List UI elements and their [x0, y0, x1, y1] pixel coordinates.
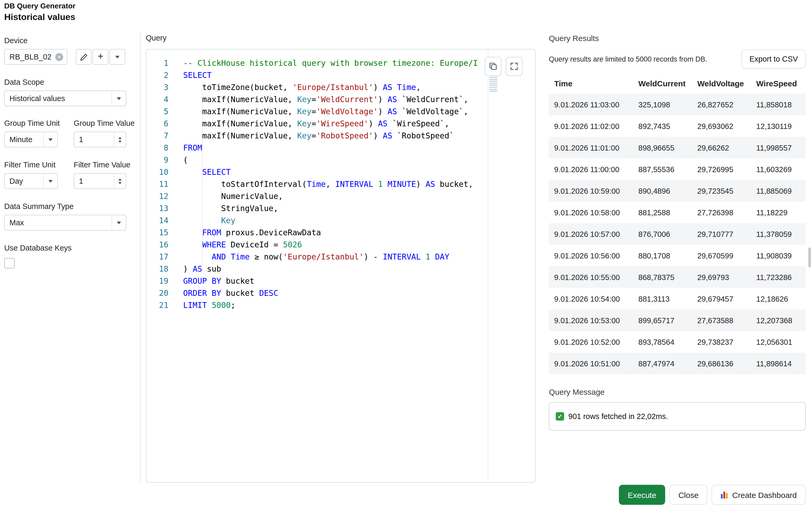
page-title: Historical values: [4, 12, 75, 23]
line-number: 18: [146, 263, 168, 275]
caret-down-icon: [48, 180, 52, 182]
table-cell: 9.01.2026 10:58:00: [549, 208, 633, 216]
table-cell: 29,738237: [692, 338, 751, 346]
table-row: 9.01.2026 11:03:00325,109826,82765211,85…: [549, 94, 806, 115]
table-cell: 881,2588: [633, 208, 692, 216]
device-input[interactable]: RB_BLB_02 ✕: [4, 49, 67, 65]
table-cell: 29,679457: [692, 295, 751, 303]
table-cell: 9.01.2026 10:54:00: [549, 295, 633, 303]
device-row: RB_BLB_02 ✕ +: [4, 49, 126, 65]
code-line: 11 toStartOfInterval(Time, INTERVAL 1 MI…: [146, 178, 535, 191]
line-number: 11: [146, 178, 168, 191]
editor-minimap[interactable]: [489, 77, 497, 93]
table-cell: 11,908039: [751, 251, 806, 260]
code-lines[interactable]: 1-- ClickHouse historical query with bro…: [146, 49, 535, 482]
code-line: 2SELECT: [146, 69, 535, 81]
table-cell: 11,858018: [751, 100, 806, 109]
create-dashboard-button[interactable]: Create Dashboard: [712, 485, 806, 505]
table-cell: 29,66262: [692, 143, 751, 152]
table-cell: 27,726398: [692, 208, 751, 216]
pencil-icon: [80, 53, 87, 61]
table-cell: 876,7006: [633, 230, 692, 238]
table-cell: 12,130119: [751, 122, 806, 130]
column-header: Time: [549, 79, 633, 88]
clear-device-icon[interactable]: ✕: [55, 53, 63, 61]
table-cell: 9.01.2026 10:53:00: [549, 316, 633, 325]
table-cell: 11,898614: [751, 359, 806, 368]
table-row: 9.01.2026 10:51:00887,4797429,68613611,8…: [549, 353, 806, 374]
filter-time-value-stepper[interactable]: 1: [74, 173, 126, 189]
table-cell: 9.01.2026 10:56:00: [549, 251, 633, 260]
line-number: 19: [146, 275, 168, 287]
table-row: 9.01.2026 10:58:00881,258827,72639811,18…: [549, 202, 806, 223]
code-text: (: [168, 154, 188, 166]
stepper-up-icon[interactable]: [118, 178, 121, 180]
results-scrollbar[interactable]: [808, 247, 811, 267]
line-number: 9: [146, 154, 168, 166]
code-text: LIMIT 5000;: [168, 300, 236, 312]
indent-guide: [221, 178, 221, 227]
execute-button[interactable]: Execute: [619, 485, 665, 505]
group-time-unit-label: Group Time Unit: [4, 119, 60, 127]
code-text: maxIf(NumericValue, Key='RobotSpeed') AS…: [168, 130, 454, 142]
code-text: WHERE DeviceId = 5026: [168, 239, 302, 251]
table-cell: 11,378059: [751, 230, 806, 238]
line-number: 15: [146, 227, 168, 239]
data-summary-type-label: Data Summary Type: [4, 202, 74, 210]
caret-down-icon: [115, 56, 119, 58]
code-line: 3 toTimeZone(bucket, 'Europe/Istanbul') …: [146, 81, 535, 94]
table-cell: 12,18626: [751, 295, 806, 303]
table-cell: 26,827652: [692, 100, 751, 109]
table-cell: 880,1708: [633, 251, 692, 260]
use-database-keys-checkbox[interactable]: [4, 258, 15, 268]
stepper-down-icon[interactable]: [118, 140, 121, 142]
filter-time-unit-select[interactable]: Day: [4, 173, 58, 189]
stepper-down-icon[interactable]: [118, 182, 121, 184]
column-header: WeldCurrent: [633, 79, 692, 88]
copy-icon: [489, 62, 497, 71]
table-cell: 12,056301: [751, 338, 806, 346]
table-row: 9.01.2026 10:52:00893,7856429,73823712,0…: [549, 331, 806, 353]
line-number: 8: [146, 142, 168, 154]
table-cell: 325,1098: [633, 100, 692, 109]
results-header-row: TimeWeldCurrentWeldVoltageWireSpeed: [549, 73, 806, 94]
group-time-value-value: 1: [74, 135, 114, 144]
line-number: 2: [146, 69, 168, 81]
copy-query-button[interactable]: [485, 57, 501, 76]
line-number: 12: [146, 191, 168, 203]
data-scope-select[interactable]: Historical values: [4, 91, 126, 106]
table-cell: 12,207368: [751, 316, 806, 325]
line-number: 4: [146, 94, 168, 106]
table-row: 9.01.2026 10:54:00881,311329,67945712,18…: [549, 288, 806, 309]
query-message-text: 901 rows fetched in 22,02ms.: [568, 412, 668, 420]
line-number: 17: [146, 251, 168, 263]
table-cell: 887,55536: [633, 165, 692, 173]
data-summary-type-select[interactable]: Max: [4, 215, 126, 231]
close-button[interactable]: Close: [669, 485, 708, 505]
line-number: 7: [146, 130, 168, 142]
export-csv-button[interactable]: Export to CSV: [741, 49, 806, 68]
fullscreen-editor-button[interactable]: [506, 57, 523, 76]
query-config-sidebar: Device RB_BLB_02 ✕ + Data Scope Historic…: [4, 33, 137, 485]
table-row: 9.01.2026 10:55:00868,7837529,6979311,72…: [549, 266, 806, 288]
plus-icon: +: [98, 52, 103, 61]
line-number: 10: [146, 166, 168, 178]
code-line: 5 maxIf(NumericValue, Key='WeldVoltage')…: [146, 106, 535, 118]
stepper-up-icon[interactable]: [118, 137, 121, 139]
results-limit-note: Query results are limited to 5000 record…: [549, 55, 707, 63]
table-cell: 9.01.2026 10:59:00: [549, 186, 633, 195]
device-dropdown-button[interactable]: [109, 49, 125, 65]
data-scope-label: Data Scope: [4, 78, 44, 86]
sql-editor[interactable]: 1-- ClickHouse historical query with bro…: [146, 49, 536, 483]
code-line: 21LIMIT 5000;: [146, 300, 535, 312]
group-time-value-stepper[interactable]: 1: [74, 132, 126, 147]
results-body: 9.01.2026 11:03:00325,109826,82765211,85…: [549, 94, 806, 374]
add-device-button[interactable]: +: [93, 49, 108, 65]
group-time-unit-select[interactable]: Minute: [4, 132, 58, 147]
table-cell: 899,65717: [633, 316, 692, 325]
code-text: StringValue,: [168, 203, 278, 215]
code-line: 10 SELECT: [146, 166, 535, 178]
code-line: 6 maxIf(NumericValue, Key='WireSpeed') A…: [146, 118, 535, 130]
edit-device-button[interactable]: [76, 49, 92, 65]
group-time-value-label: Group Time Value: [74, 119, 135, 127]
